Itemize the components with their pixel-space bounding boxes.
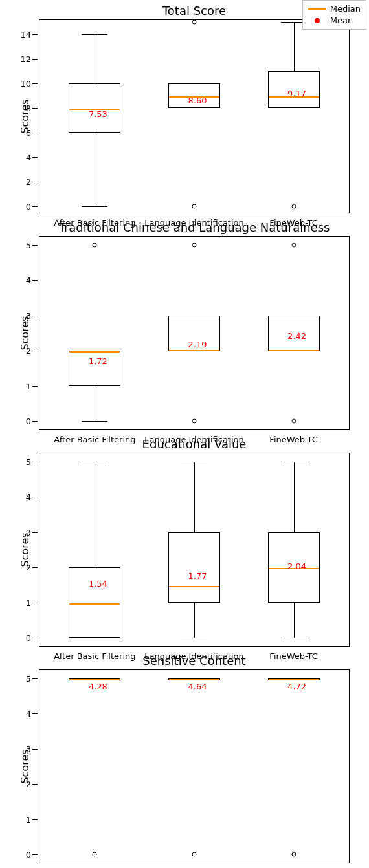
outlier-point (291, 243, 296, 247)
y-tick (32, 819, 38, 820)
y-tick-label: 4 (26, 492, 31, 502)
y-tick (32, 182, 38, 182)
y-tick-label: 5 (26, 673, 31, 683)
mean-value-label: 1.54 (89, 579, 107, 589)
y-tick (32, 108, 38, 109)
plot-area (39, 669, 350, 863)
y-tick-label: 1 (26, 598, 31, 607)
y-tick (32, 678, 38, 679)
chart-title: Sensitive Content (39, 654, 350, 667)
y-tick-label: 3 (26, 527, 31, 537)
y-tick-label: 0 (26, 850, 31, 860)
whisker-cap (82, 34, 107, 35)
whisker-cap (181, 462, 207, 462)
y-tick-label: 2 (26, 563, 31, 572)
y-tick-label: 6 (26, 127, 31, 137)
y-tick-label: 0 (26, 201, 31, 211)
y-tick-label: 0 (26, 417, 31, 426)
outlier-point (291, 852, 296, 857)
y-tick-label: 1 (26, 381, 31, 391)
mean-value-label: 2.04 (287, 561, 306, 571)
median-line (269, 679, 319, 680)
y-tick (32, 532, 38, 533)
legend-mean-label: Mean (330, 15, 353, 27)
median-line (269, 350, 319, 351)
legend-box: Median Mean (302, 0, 366, 30)
outlier-point (192, 204, 197, 208)
box (69, 567, 120, 638)
whisker-cap (82, 206, 107, 207)
y-tick-label: 1 (26, 814, 31, 824)
mean-value-label: 4.64 (188, 681, 207, 691)
outlier-point (291, 419, 296, 424)
outlier-point (93, 852, 97, 857)
y-tick-label: 0 (26, 633, 31, 643)
y-tick (32, 854, 38, 855)
median-line (169, 679, 219, 680)
median-line (169, 350, 219, 351)
y-tick-label: 5 (26, 240, 31, 250)
outlier-point (192, 852, 197, 857)
median-line (69, 351, 120, 353)
y-tick (32, 83, 38, 84)
y-tick-label: 12 (20, 54, 31, 63)
median-swatch (308, 8, 326, 10)
y-tick (32, 59, 38, 60)
mean-value-label: 1.72 (89, 356, 107, 365)
y-tick-label: 4 (26, 709, 31, 719)
y-tick (32, 351, 38, 351)
y-tick (32, 245, 38, 246)
median-line (69, 603, 120, 605)
whisker-cap (281, 638, 307, 638)
box (69, 83, 120, 133)
y-tick (32, 133, 38, 133)
y-tick (32, 157, 38, 158)
whisker (95, 133, 95, 206)
box (268, 678, 320, 680)
subplot-total-score: Total ScoreScores02468101214After Basic … (39, 19, 350, 213)
mean-value-label: 2.19 (188, 339, 207, 349)
y-tick (32, 638, 38, 638)
mean-swatch (308, 18, 326, 23)
box (168, 532, 220, 603)
legend-median-label: Median (330, 3, 361, 15)
figure: Median Mean Total ScoreScores02468101214… (0, 0, 369, 868)
y-tick (32, 34, 38, 35)
y-tick (32, 713, 38, 714)
whisker (95, 386, 95, 422)
whisker (294, 22, 295, 71)
mean-value-label: 4.28 (89, 681, 107, 691)
subplot-sensitive-content: Sensitive ContentScores012345After Basic… (39, 669, 350, 863)
y-tick (32, 497, 38, 497)
whisker-cap (181, 638, 207, 638)
y-tick-label: 4 (26, 276, 31, 285)
mean-value-label: 8.60 (188, 96, 207, 105)
median-line (69, 679, 120, 680)
y-tick-label: 2 (26, 779, 31, 789)
y-tick-label: 3 (26, 744, 31, 754)
y-tick (32, 280, 38, 281)
whisker (294, 603, 295, 638)
whisker-cap (281, 462, 307, 462)
outlier-point (192, 19, 197, 24)
y-tick (32, 316, 38, 316)
y-axis-label: Scores (19, 749, 31, 783)
y-tick-label: 4 (26, 152, 31, 162)
y-tick (32, 749, 38, 750)
y-axis-label: Scores (19, 316, 31, 350)
y-tick-label: 2 (26, 346, 31, 356)
mean-value-label: 2.42 (287, 331, 306, 341)
y-tick-label: 10 (20, 78, 31, 88)
whisker (294, 462, 295, 532)
whisker-cap (82, 462, 107, 462)
chart-title: Traditional Chinese and Language Natural… (39, 221, 350, 234)
subplot-educational-value: Educational ValueScores012345After Basic… (39, 453, 350, 647)
y-tick (32, 603, 38, 603)
y-tick-label: 8 (26, 103, 31, 113)
y-tick-label: 5 (26, 457, 31, 466)
y-axis-label: Scores (19, 532, 31, 567)
whisker (194, 462, 195, 532)
outlier-point (291, 204, 296, 208)
outlier-point (93, 243, 97, 247)
outlier-point (192, 243, 197, 247)
